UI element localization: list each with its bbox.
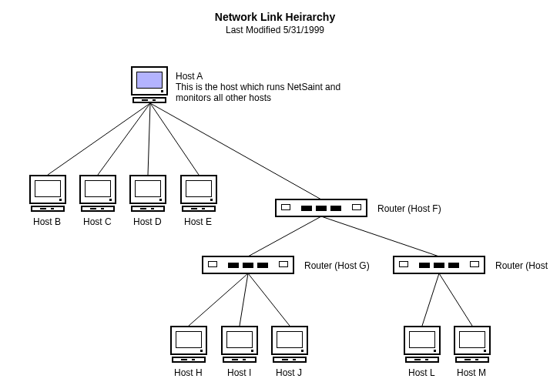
monitor-icon xyxy=(404,326,441,363)
host-c-node xyxy=(79,175,116,212)
host-b-node xyxy=(29,175,66,212)
svg-line-1 xyxy=(98,103,150,175)
host-i-node xyxy=(221,326,258,363)
host-j-node xyxy=(271,326,308,363)
svg-line-3 xyxy=(150,103,199,175)
router-k-node xyxy=(393,256,485,274)
host-d-node xyxy=(129,175,166,212)
host-l-node xyxy=(404,326,441,363)
host-l-label: Host L xyxy=(408,367,435,378)
host-c-label: Host C xyxy=(83,216,112,227)
host-b-label: Host B xyxy=(33,216,61,227)
svg-line-8 xyxy=(240,273,248,326)
monitor-icon xyxy=(29,175,66,212)
host-a-note: This is the host which runs NetSaint and… xyxy=(176,82,340,103)
host-a-node xyxy=(131,66,168,103)
host-h-node xyxy=(170,326,207,363)
monitor-icon xyxy=(131,66,168,103)
monitor-icon xyxy=(271,326,308,363)
svg-line-2 xyxy=(148,103,150,175)
svg-line-6 xyxy=(321,216,439,256)
monitor-icon xyxy=(221,326,258,363)
host-e-node xyxy=(180,175,217,212)
monitor-icon xyxy=(454,326,491,363)
svg-line-4 xyxy=(150,103,321,199)
router-icon xyxy=(393,256,485,274)
router-icon xyxy=(275,199,367,217)
monitor-icon xyxy=(180,175,217,212)
host-a-label: Host A xyxy=(176,71,203,82)
router-g-label: Router (Host G) xyxy=(304,260,370,271)
router-icon xyxy=(202,256,294,274)
svg-line-11 xyxy=(439,273,472,326)
svg-line-0 xyxy=(48,103,150,175)
monitor-icon xyxy=(129,175,166,212)
host-m-label: Host M xyxy=(457,367,486,378)
host-h-label: Host H xyxy=(174,367,203,378)
host-j-label: Host J xyxy=(276,367,302,378)
host-i-label: Host I xyxy=(227,367,251,378)
diagram-stage: Network Link Heirarchy Last Modified 5/3… xyxy=(0,0,550,392)
svg-line-9 xyxy=(248,273,290,326)
svg-line-10 xyxy=(422,273,439,326)
monitor-icon xyxy=(79,175,116,212)
host-e-label: Host E xyxy=(184,216,212,227)
router-k-label: Router (Host K) xyxy=(495,260,550,271)
monitor-icon xyxy=(170,326,207,363)
host-m-node xyxy=(454,326,491,363)
router-f-label: Router (Host F) xyxy=(377,203,441,214)
router-f-node xyxy=(275,199,367,217)
host-d-label: Host D xyxy=(133,216,162,227)
router-g-node xyxy=(202,256,294,274)
svg-line-7 xyxy=(189,273,248,326)
svg-line-5 xyxy=(248,216,321,256)
